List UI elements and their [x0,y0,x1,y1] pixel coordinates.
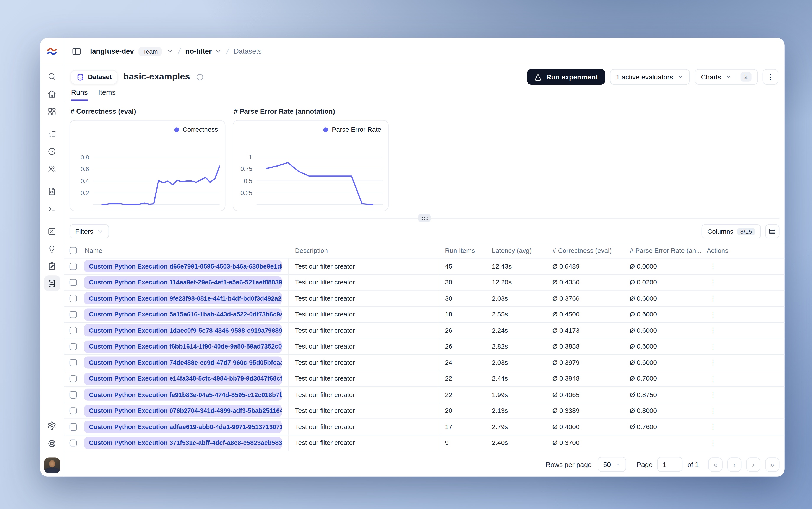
charts-dropdown[interactable]: Charts 2 [695,69,758,85]
run-name-link[interactable]: Custom Python Execution e14fa348-5cfc-49… [84,373,282,385]
run-experiment-button[interactable]: Run experiment [527,69,605,85]
next-page-button[interactable]: › [746,457,760,472]
run-name-link[interactable]: Custom Python Execution 114aa9ef-29e6-4e… [84,276,282,289]
evaluators-dropdown[interactable]: 1 active evaluators [610,69,690,85]
columns-button[interactable]: Columns 8/15 [702,224,761,238]
row-checkbox[interactable] [70,407,77,414]
table-row[interactable]: Custom Python Execution 9fe23f98-881e-44… [64,291,785,307]
rows-per-page-select[interactable]: 50 [598,457,626,472]
table-row[interactable]: Custom Python Execution 5a15a616-1bab-44… [64,307,785,323]
row-actions-menu-button[interactable]: ⋮ [707,340,719,353]
table-row[interactable]: Custom Python Execution 076b2704-341d-48… [64,403,785,419]
breadcrumb-project[interactable]: langfuse-dev [90,47,134,55]
table-row[interactable]: Custom Python Execution adfae619-abb0-4d… [64,419,785,435]
breadcrumb-environment[interactable]: no-filter [185,47,222,55]
sidebar-item-users[interactable] [44,161,60,176]
row-actions-menu-button[interactable]: ⋮ [707,404,719,417]
run-name-link[interactable]: Custom Python Execution fe91b83e-04a5-47… [84,388,282,401]
table-row[interactable]: Custom Python Execution e14fa348-5cfc-49… [64,371,785,387]
sidebar-item-evaluation[interactable] [44,241,60,257]
column-header-actions: Actions [702,247,785,254]
sidebar-item-prompts[interactable] [44,183,60,199]
tracing-icon [47,129,56,138]
row-actions-menu-button[interactable]: ⋮ [707,292,719,305]
sidebar-item-datasets[interactable] [44,275,60,291]
row-checkbox[interactable] [70,391,77,398]
row-checkbox[interactable] [70,439,77,446]
tab-items[interactable]: Items [98,89,115,101]
row-checkbox[interactable] [70,343,77,350]
sidebar-item-annotation[interactable] [44,258,60,274]
row-actions-menu-button[interactable]: ⋮ [707,437,719,449]
sidebar-item-playground[interactable] [44,201,60,216]
table-row[interactable]: Custom Python Execution 1daec0f9-5e78-43… [64,323,785,339]
row-actions-menu-button[interactable]: ⋮ [707,276,719,289]
last-page-button[interactable]: » [765,457,779,472]
row-actions-menu-button[interactable]: ⋮ [707,260,719,272]
svg-text:0.2: 0.2 [80,190,89,196]
row-checkbox[interactable] [70,279,77,286]
run-name-link[interactable]: Custom Python Execution d66e7991-8595-45… [84,260,282,272]
row-actions-menu-button[interactable]: ⋮ [707,308,719,321]
run-name-link[interactable]: Custom Python Execution 9fe23f98-881e-44… [84,293,282,305]
run-name-link[interactable]: Custom Python Execution 076b2704-341d-48… [84,405,282,417]
row-actions-menu-button[interactable]: ⋮ [707,324,719,337]
sidebar-item-home[interactable] [44,86,60,102]
sidebar-item-search[interactable] [44,68,60,84]
run-name-link[interactable]: Custom Python Execution f6bb1614-1f90-40… [84,340,282,352]
row-checkbox[interactable] [70,327,77,334]
table-row[interactable]: Custom Python Execution f6bb1614-1f90-40… [64,339,785,355]
table-row[interactable]: Custom Python Execution 74de488e-ec9d-47… [64,355,785,371]
tab-runs[interactable]: Runs [71,89,88,101]
row-actions-menu-button[interactable]: ⋮ [707,388,719,401]
table-row[interactable]: Custom Python Execution d66e7991-8595-45… [64,259,785,274]
first-page-button[interactable]: « [708,457,722,472]
cell-description: Test our filter creator [289,323,440,338]
run-name-link[interactable]: Custom Python Execution adfae619-abb0-4d… [84,421,282,433]
run-name-link[interactable]: Custom Python Execution 1daec0f9-5e78-43… [84,325,282,337]
row-checkbox[interactable] [70,359,77,366]
resize-grip-handle[interactable] [418,214,431,222]
row-actions-menu-button[interactable]: ⋮ [707,356,719,369]
sidebar-item-settings[interactable] [44,417,60,433]
user-avatar[interactable] [44,457,60,473]
svg-text:0.5: 0.5 [244,178,252,184]
run-name-link[interactable]: Custom Python Execution 371f531c-abff-4d… [84,437,282,449]
langfuse-logo[interactable] [40,38,64,65]
project-switcher-button[interactable] [167,48,173,55]
page-actions-menu-button[interactable]: ⋮ [763,69,778,85]
cell-parse-error-rate: Ø 0.0200 [625,275,702,290]
table-row[interactable]: Custom Python Execution 371f531c-abff-4d… [64,435,785,451]
select-all-checkbox[interactable] [70,247,77,254]
row-checkbox[interactable] [70,263,77,270]
sidebar-group [44,223,60,293]
row-actions-menu-button[interactable]: ⋮ [707,420,719,433]
cell-correctness: Ø 0.4500 [548,307,625,322]
row-checkbox[interactable] [70,295,77,302]
page-input[interactable] [657,457,683,472]
previous-page-button[interactable]: ‹ [727,457,742,472]
row-checkbox[interactable] [70,423,77,430]
sidebar-item-support[interactable] [44,435,60,451]
chart-legend: Correctness [174,126,218,133]
row-height-button[interactable] [765,224,779,238]
sidebar-item-sessions[interactable] [44,143,60,159]
columns-count-badge: 8/15 [737,228,755,235]
breadcrumb-section[interactable]: Datasets [234,47,262,55]
run-name-link[interactable]: Custom Python Execution 5a15a616-1bab-44… [84,308,282,320]
sidebar-item-tracing[interactable] [44,126,60,142]
filters-button[interactable]: Filters [70,224,109,238]
column-header-run-items: Run Items [440,247,487,254]
sidebar-item-dashboard[interactable] [44,103,60,119]
row-checkbox[interactable] [70,375,77,382]
info-icon[interactable] [196,73,204,81]
row-checkbox[interactable] [70,311,77,318]
table-row[interactable]: Custom Python Execution fe91b83e-04a5-47… [64,387,785,403]
sidebar-toggle-button[interactable] [72,46,82,56]
run-name-link[interactable]: Custom Python Execution 74de488e-ec9d-47… [84,357,282,369]
table-row[interactable]: Custom Python Execution 114aa9ef-29e6-4e… [64,275,785,291]
users-icon [47,164,56,173]
row-actions-menu-button[interactable]: ⋮ [707,372,719,385]
grip-dots-icon [421,216,428,220]
sidebar-item-scores[interactable] [44,223,60,239]
